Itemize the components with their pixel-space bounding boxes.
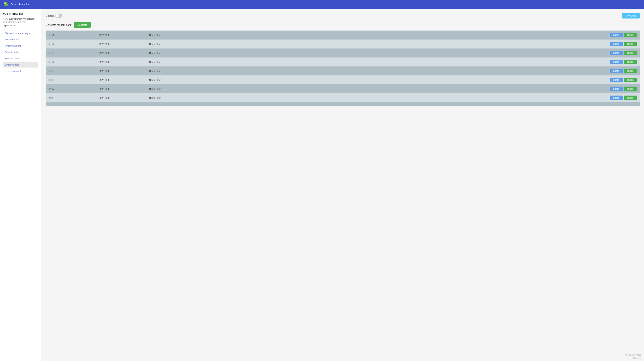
sidebar-item-horizontal-list[interactable]: Horizontal list <box>3 37 38 42</box>
cell-item-date: 2022-05-01 <box>99 79 149 81</box>
cell-item-label: Name: Tom <box>149 34 601 36</box>
list-row: item5 2022-05-01 Name: Tom Button Button <box>46 66 640 75</box>
sidebar-desc: A tiny but mighty list virtualization li… <box>3 17 38 27</box>
sidebar-item-dynamic-data[interactable]: Dynamic data <box>3 62 38 67</box>
list-row: item8 2022-05-01 Name: Tom Button Button <box>46 93 640 102</box>
row-button-green[interactable]: Button <box>624 78 637 82</box>
generate-row: Generate random data: Generate <box>46 22 640 28</box>
row-button-green[interactable]: Button <box>624 87 637 91</box>
footer: @林土豆技术社区 @云课堂 <box>625 353 641 360</box>
cell-item-buttons: Button Button <box>601 95 637 100</box>
cell-item-name: item5 <box>48 70 99 72</box>
sidebar-item-scroll-to-index[interactable]: Scroll to index <box>3 49 38 55</box>
cell-item-buttons: Button Button <box>601 51 637 55</box>
row-button-green[interactable]: Button <box>624 42 637 46</box>
debug-text: Debug: <box>46 14 54 17</box>
cell-item-date: 2022-05-01 <box>99 34 149 36</box>
row-button-blue[interactable]: Button <box>610 95 623 100</box>
top-bar: Vue infinite list <box>0 0 644 9</box>
row-button-blue[interactable]: Button <box>610 33 623 37</box>
sidebar-item-scroll-to-offset[interactable]: Scroll to offset <box>3 56 38 61</box>
svg-point-3 <box>4 3 5 3</box>
debug-row: Debug: view code <box>46 13 640 18</box>
sidebar-heading: Vue infinite list <box>3 12 38 15</box>
cell-item-name: item2 <box>48 43 99 45</box>
cell-item-buttons: Button Button <box>601 60 637 64</box>
cell-item-name: item3 <box>48 52 99 54</box>
cell-item-name: item7 <box>48 88 99 90</box>
row-button-blue[interactable]: Button <box>610 42 623 46</box>
cell-item-label: Name: Tom <box>149 43 601 45</box>
list-row: item7 2022-05-01 Name: Tom Button Button <box>46 84 640 93</box>
generate-label: Generate random data: <box>46 23 72 26</box>
row-button-green[interactable]: Button <box>624 95 637 100</box>
row-button-blue[interactable]: Button <box>610 51 623 55</box>
row-button-green[interactable]: Button <box>624 33 637 37</box>
cell-item-date: 2022-05-01 <box>99 43 149 45</box>
generate-button[interactable]: Generate <box>74 22 91 28</box>
cell-item-name: item8 <box>48 97 99 99</box>
sidebar: Vue infinite list A tiny but mighty list… <box>0 9 41 361</box>
list-row: item6 2022-05-01 Name: Tom Button Button <box>46 75 640 84</box>
cell-item-buttons: Button Button <box>601 78 637 82</box>
debug-label: Debug: <box>46 14 62 18</box>
cell-item-date: 2022-05-01 <box>99 88 149 90</box>
sidebar-item-dynamic-height[interactable]: Dynamic height <box>3 43 38 49</box>
cell-item-buttons: Button Button <box>601 42 637 46</box>
cell-item-buttons: Button Button <box>601 69 637 73</box>
row-button-blue[interactable]: Button <box>610 78 623 82</box>
cell-item-name: item6 <box>48 79 99 81</box>
cell-item-label: Name: Tom <box>149 52 601 54</box>
cell-item-label: Name: Tom <box>149 79 601 81</box>
cell-item-label: Name: Tom <box>149 61 601 63</box>
sidebar-nav: Elements of equal heightHorizontal listD… <box>3 30 38 74</box>
cell-item-date: 2022-05-01 <box>99 52 149 54</box>
row-button-blue[interactable]: Button <box>610 87 623 91</box>
footer-line2: @云课堂 <box>625 356 641 360</box>
layout: Vue infinite list A tiny but mighty list… <box>0 9 644 361</box>
row-button-blue[interactable]: Button <box>610 60 623 64</box>
list-row: item4 2022-05-01 Name: Tom Button Button <box>46 57 640 66</box>
list-row: item1 2022-05-01 Name: Tom Button Button <box>46 30 640 39</box>
sidebar-item-elements-equal-height[interactable]: Elements of equal height <box>3 30 38 36</box>
main-content: Debug: view code Generate random data: G… <box>41 9 644 361</box>
cell-item-label: Name: Tom <box>149 88 601 90</box>
footer-line1: @林土豆技术社区 <box>625 353 641 357</box>
toggle-slider <box>55 14 62 18</box>
cell-item-name: item1 <box>48 34 99 36</box>
cell-item-date: 2022-05-01 <box>99 61 149 63</box>
sidebar-item-overscan-count[interactable]: OverscanCount <box>3 68 38 74</box>
list-container: item1 2022-05-01 Name: Tom Button Button… <box>46 30 640 106</box>
list-row: item2 2022-05-01 Name: Tom Button Button <box>46 39 640 48</box>
cell-item-name: item4 <box>48 61 99 63</box>
cell-item-buttons: Button Button <box>601 33 637 37</box>
logo-icon <box>4 1 9 7</box>
cell-item-date: 2022-05-01 <box>99 70 149 72</box>
cell-item-date: 2022-05-01 <box>99 97 149 99</box>
debug-toggle[interactable] <box>55 14 62 18</box>
row-button-green[interactable]: Button <box>624 60 637 64</box>
cell-item-label: Name: Tom <box>149 97 601 99</box>
view-code-button[interactable]: view code <box>622 13 640 18</box>
row-button-green[interactable]: Button <box>624 69 637 73</box>
row-button-green[interactable]: Button <box>624 51 637 55</box>
cell-item-label: Name: Tom <box>149 70 601 72</box>
list-row: item3 2022-05-01 Name: Tom Button Button <box>46 48 640 57</box>
row-button-blue[interactable]: Button <box>610 69 623 73</box>
cell-item-buttons: Button Button <box>601 87 637 91</box>
topbar-title: Vue infinite list <box>11 3 30 6</box>
list-partial-row <box>46 102 640 106</box>
